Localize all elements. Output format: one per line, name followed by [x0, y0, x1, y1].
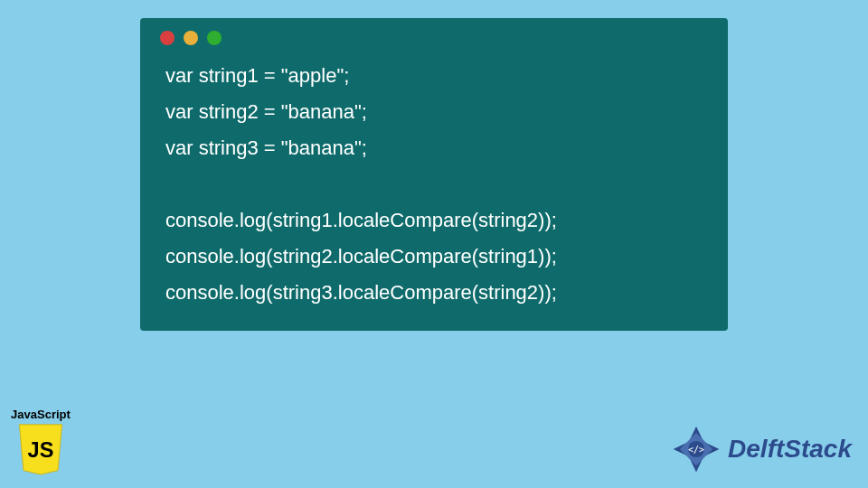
- svg-text:</>: </>: [688, 445, 704, 455]
- javascript-logo-icon: JS: [14, 423, 67, 475]
- code-line: var string3 = "banana";: [165, 130, 703, 166]
- code-line: console.log(string1.localeCompare(string…: [165, 202, 703, 239]
- minimize-icon[interactable]: [184, 31, 198, 45]
- maximize-icon[interactable]: [207, 31, 222, 45]
- code-line: console.log(string3.localeCompare(string…: [165, 275, 703, 311]
- javascript-label: JavaScript: [5, 408, 76, 421]
- brand: </> DelftStack: [670, 423, 852, 475]
- javascript-badge: JavaScript JS: [5, 408, 76, 479]
- code-line: console.log(string2.localeCompare(string…: [165, 239, 703, 275]
- brand-name: DelftStack: [728, 435, 852, 464]
- window-titlebar: [140, 18, 728, 51]
- code-body: var string1 = "apple"; var string2 = "ba…: [140, 51, 728, 314]
- brand-logo-icon: </>: [670, 423, 722, 475]
- code-window: var string1 = "apple"; var string2 = "ba…: [140, 18, 728, 331]
- code-line-blank: [165, 166, 703, 202]
- code-line: var string2 = "banana";: [165, 94, 703, 130]
- svg-text:JS: JS: [28, 438, 54, 462]
- code-line: var string1 = "apple";: [165, 58, 703, 94]
- close-icon[interactable]: [160, 31, 175, 45]
